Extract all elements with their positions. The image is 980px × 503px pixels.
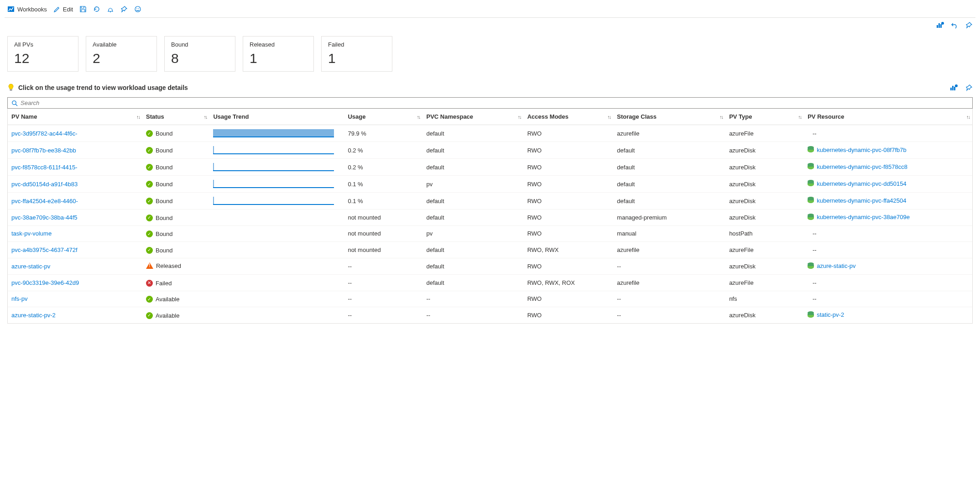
status-text: Bound xyxy=(156,231,173,237)
status-text: Bound xyxy=(156,198,173,204)
notify-button[interactable] xyxy=(107,5,114,13)
storage-class-text: default xyxy=(613,142,725,159)
status-text: Failed xyxy=(156,280,172,287)
pin-icon[interactable] xyxy=(965,84,973,91)
save-icon xyxy=(79,5,87,13)
col-pv-resource[interactable]: PV Resource↑↓ xyxy=(804,109,972,125)
pv-name-link[interactable]: pvc-3d95f782-ac44-4f6c- xyxy=(11,130,78,137)
pv-type-text: hostPath xyxy=(725,225,804,242)
pv-type-text: azureFile xyxy=(725,242,804,258)
card-failed[interactable]: Failed 1 xyxy=(321,36,392,72)
smile-icon xyxy=(134,5,141,13)
workbooks-button[interactable]: Workbooks xyxy=(7,5,47,13)
pv-name-link[interactable]: pvc-f8578cc8-611f-4415- xyxy=(11,164,78,171)
pv-name-link[interactable]: pvc-38ae709c-38ba-44f5 xyxy=(11,214,78,221)
status-cell: Released xyxy=(146,262,181,269)
pv-name-link[interactable]: azure-static-pv xyxy=(11,263,50,270)
namespace-text: default xyxy=(422,142,523,159)
card-bound[interactable]: Bound 8 xyxy=(164,36,235,72)
status-text: Bound xyxy=(156,247,173,254)
check-icon: ✓ xyxy=(146,130,153,137)
col-usage-trend[interactable]: Usage Trend xyxy=(209,109,344,125)
table-row: azure-static-pv-2✓Available----RWO--azur… xyxy=(8,307,972,323)
svg-rect-10 xyxy=(950,88,952,90)
svg-point-8 xyxy=(941,22,944,25)
undo-icon[interactable] xyxy=(951,21,959,29)
feedback-button[interactable] xyxy=(134,5,141,13)
hint-row: Click on the usage trend to view workloa… xyxy=(5,80,975,95)
search-box[interactable] xyxy=(7,97,973,109)
usage-text: 0.1 % xyxy=(344,176,422,193)
col-status[interactable]: Status↑↓ xyxy=(142,109,209,125)
usage-trend-bar[interactable] xyxy=(213,146,334,154)
pv-name-link[interactable]: pvc-08f7fb7b-ee38-42bb xyxy=(11,147,76,154)
pv-name-link[interactable]: task-pv-volume xyxy=(11,230,52,237)
access-modes-text: RWO xyxy=(524,307,614,323)
disk-icon xyxy=(808,198,814,203)
card-all-pvs[interactable]: All PVs 12 xyxy=(7,36,78,72)
pv-resource-link[interactable]: static-pv-2 xyxy=(808,311,844,318)
card-available[interactable]: Available 2 xyxy=(86,36,157,72)
pv-name-link[interactable]: pvc-ffa42504-e2e8-4460- xyxy=(11,198,78,204)
pv-resource-link[interactable]: kubernetes-dynamic-pvc-08f7fb7b xyxy=(808,147,907,153)
usage-trend-bar[interactable] xyxy=(213,197,334,205)
card-label: Available xyxy=(93,41,150,48)
pv-name-link[interactable]: nfs-pv xyxy=(11,295,27,302)
pv-name-link[interactable]: pvc-a4b3975c-4637-472f xyxy=(11,246,78,253)
pv-resource-link[interactable]: kubernetes-dynamic-pvc-f8578cc8 xyxy=(808,163,907,170)
status-cell: ✕Failed xyxy=(146,280,172,287)
storage-class-text: azurefile xyxy=(613,275,725,291)
col-storage-class[interactable]: Storage Class↑↓ xyxy=(613,109,725,125)
svg-point-14 xyxy=(12,100,16,104)
check-icon: ✓ xyxy=(146,147,153,154)
refresh-icon xyxy=(93,5,100,13)
sort-icon: ↑↓ xyxy=(607,114,610,120)
sort-icon: ↑↓ xyxy=(719,114,723,120)
usage-text: 79.9 % xyxy=(344,125,422,142)
card-released[interactable]: Released 1 xyxy=(243,36,314,72)
pv-name-link[interactable]: azure-static-pv-2 xyxy=(11,312,56,319)
chart-config-icon[interactable] xyxy=(936,21,944,29)
svg-rect-11 xyxy=(952,86,954,90)
pv-name-link[interactable]: pvc-90c3319e-39e6-42d9 xyxy=(11,279,79,286)
usage-trend-bar[interactable] xyxy=(213,129,334,137)
pv-resource-link[interactable]: kubernetes-dynamic-pvc-38ae709e xyxy=(808,214,910,220)
usage-trend-bar[interactable] xyxy=(213,180,334,188)
pv-resource-link[interactable]: kubernetes-dynamic-pvc-ffa42504 xyxy=(808,197,906,204)
pv-type-text: azureDisk xyxy=(725,210,804,226)
namespace-text: -- xyxy=(422,291,523,307)
pv-type-text: azureDisk xyxy=(725,258,804,275)
card-value: 2 xyxy=(93,51,150,66)
check-icon: ✓ xyxy=(146,296,153,303)
access-modes-text: RWO xyxy=(524,176,614,193)
pv-table: PV Name↑↓ Status↑↓ Usage Trend Usage↑↓ P… xyxy=(7,109,973,324)
search-input[interactable] xyxy=(21,100,969,106)
access-modes-text: RWO xyxy=(524,159,614,176)
col-pv-type[interactable]: PV Type↑↓ xyxy=(725,109,804,125)
pv-name-link[interactable]: pvc-dd50154d-a91f-4b83 xyxy=(11,181,78,188)
pv-resource-link[interactable]: kubernetes-dynamic-pvc-dd50154 xyxy=(808,180,907,187)
col-usage[interactable]: Usage↑↓ xyxy=(344,109,422,125)
pin-button[interactable] xyxy=(120,5,128,13)
pv-resource-link[interactable]: azure-static-pv xyxy=(808,262,855,269)
card-value: 12 xyxy=(14,51,72,66)
usage-trend-bar[interactable] xyxy=(213,163,334,171)
warning-icon xyxy=(146,262,153,269)
col-access-modes[interactable]: Access Modes↑↓ xyxy=(524,109,614,125)
col-pv-name[interactable]: PV Name↑↓ xyxy=(8,109,142,125)
save-button[interactable] xyxy=(79,5,87,13)
storage-class-text: managed-premium xyxy=(613,210,725,226)
status-cell: ✓Bound xyxy=(146,147,173,154)
edit-button[interactable]: Edit xyxy=(53,6,73,13)
col-pvc-namespace[interactable]: PVC Namespace↑↓ xyxy=(422,109,523,125)
sort-icon: ↑↓ xyxy=(518,114,521,120)
pin-icon[interactable] xyxy=(965,21,973,29)
status-text: Available xyxy=(156,296,180,303)
access-modes-text: RWO, RWX xyxy=(524,242,614,258)
check-icon: ✓ xyxy=(146,247,153,254)
chart-config-icon[interactable] xyxy=(950,84,958,91)
refresh-button[interactable] xyxy=(93,5,100,13)
usage-text: not mounted xyxy=(344,225,422,242)
lightbulb-icon xyxy=(7,84,15,92)
card-label: Released xyxy=(250,41,307,48)
